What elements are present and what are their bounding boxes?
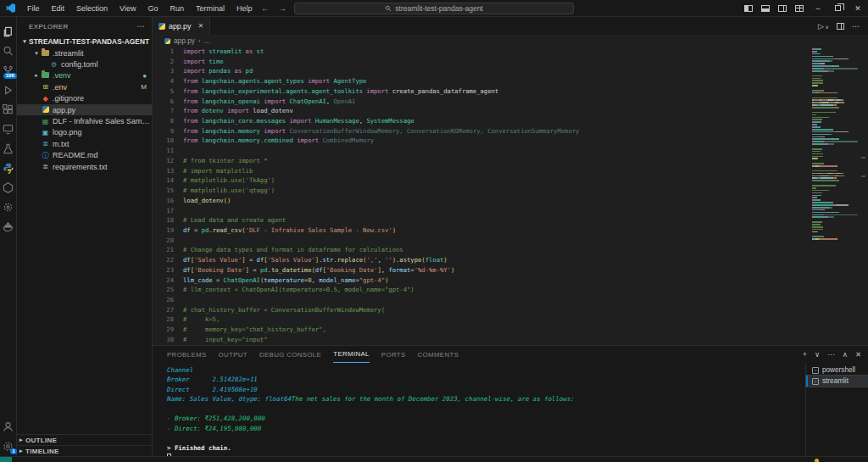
code-line[interactable]: # Load data and create agent [183, 215, 868, 225]
file-row-dlf-infrahive-sales-sample-new-csv[interactable]: ▦DLF - Infrahive Sales Sample - New.csv [17, 115, 152, 126]
remote-indicator[interactable] [0, 457, 12, 462]
tools-gear-icon[interactable] [0, 198, 17, 217]
editor-scrollbar[interactable] [858, 47, 868, 345]
restore-button[interactable] [835, 5, 841, 11]
code-line[interactable] [183, 295, 868, 305]
code-line[interactable]: # from tkinter import * [183, 156, 868, 166]
menu-selection[interactable]: Selection [71, 3, 113, 14]
file-row--gitignore[interactable]: ◆.gitignore [17, 93, 152, 104]
nav-back-button[interactable]: ← [261, 3, 270, 13]
outline-section-header[interactable]: ▸ OUTLINE [17, 434, 152, 445]
hexagon-extension-icon[interactable] [0, 178, 17, 198]
code-line[interactable]: df = pd.read_csv('DLF - Infrahive Sales … [183, 225, 868, 236]
menu-edit[interactable]: Edit [47, 3, 70, 14]
code-line[interactable]: # matplotlib.use('qtagg') [183, 186, 868, 196]
code-line[interactable]: load_dotenv() [183, 196, 868, 206]
file-row--venv[interactable]: ▸.venv● [17, 70, 152, 81]
panel-tab-terminal[interactable]: TERMINAL [333, 346, 370, 363]
code-line[interactable]: llm_code = ChatOpenAI(temperature=0, mod… [183, 276, 868, 286]
menu-view[interactable]: View [114, 3, 141, 14]
file-row--streamlit[interactable]: ▾.streamlit [17, 47, 152, 58]
tab-close-icon[interactable]: ✕ [198, 22, 203, 30]
file-row-readme-md[interactable]: ⓘREADME.md [17, 150, 152, 161]
nav-forward-button[interactable]: → [278, 3, 287, 13]
code-line[interactable]: from langchain_core.messages import Huma… [183, 116, 868, 126]
run-debug-icon[interactable] [0, 81, 17, 100]
editor-more-actions-icon[interactable]: ⋯ [852, 22, 860, 31]
code-line[interactable] [183, 236, 868, 246]
run-python-file-button[interactable]: ▷ ∨ [818, 22, 829, 31]
code-line[interactable]: # k=5, [183, 314, 868, 325]
file-row-m-txt[interactable]: ≣m.txt [17, 138, 152, 149]
code-line[interactable]: from langchain.agents.agent_types import… [183, 76, 868, 86]
terminal-output[interactable]: ChannelBroker 2.514282e+11Direct 2.41950… [153, 363, 805, 456]
tab-app-py[interactable]: app.py ✕ [153, 17, 210, 35]
close-panel-icon[interactable]: ✕ [855, 350, 861, 359]
minimize-button[interactable]: – [808, 0, 828, 17]
split-editor-icon[interactable] [837, 23, 844, 30]
code-line[interactable] [183, 206, 868, 216]
file-row--env[interactable]: ⊞.envM [17, 81, 152, 92]
panel-tab-debug-console[interactable]: DEBUG CONSOLE [259, 346, 321, 363]
customize-layout-icon[interactable] [795, 5, 804, 12]
explorer-more-actions-icon[interactable]: ⋯ [137, 22, 145, 31]
terminal-item-streamlit[interactable]: >streamlit [806, 376, 868, 387]
breadcrumb[interactable]: app.py › … [153, 35, 868, 47]
code-line[interactable]: from langchain_openai import ChatOpenAI,… [183, 97, 868, 107]
panel-tab-ports[interactable]: PORTS [381, 346, 406, 363]
code-line[interactable]: from langchain_experimental.agents.agent… [183, 86, 868, 97]
maximize-panel-icon[interactable]: ∧ [843, 350, 848, 359]
testing-icon[interactable] [0, 139, 17, 159]
accounts-icon[interactable] [0, 417, 17, 437]
settings-gear-icon[interactable]: 1 [0, 437, 17, 456]
code-line[interactable] [183, 146, 868, 156]
toggle-sidebar-icon[interactable] [744, 5, 753, 12]
menu-run[interactable]: Run [164, 3, 189, 14]
explorer-icon[interactable] [0, 22, 17, 42]
code-line[interactable]: # Change data types and format in datafr… [183, 245, 868, 255]
panel-tab-output[interactable]: OUTPUT [219, 346, 248, 363]
code-content[interactable]: import streamlit as stimport timeimport … [181, 47, 868, 345]
code-line[interactable]: from langchain.memory.combined import Co… [183, 136, 868, 146]
code-line[interactable]: # llm_context = ChatOpenAI(temperature=0… [183, 285, 868, 295]
minimap[interactable] [812, 48, 858, 243]
code-line[interactable]: import pandas as pd [183, 66, 868, 76]
code-line[interactable]: from langchain.memory import Conversatio… [183, 126, 868, 136]
docker-icon[interactable] [0, 217, 17, 237]
panel-more-icon[interactable]: ⋯ [827, 350, 835, 359]
remote-explorer-icon[interactable] [0, 120, 17, 139]
code-line[interactable]: import time [183, 57, 868, 67]
code-line[interactable]: import streamlit as st [183, 47, 868, 57]
menu-go[interactable]: Go [142, 3, 163, 14]
menu-help[interactable]: Help [231, 3, 258, 14]
toggle-panel-icon[interactable] [761, 5, 770, 12]
file-row-logo-png[interactable]: ▣logo.png [17, 127, 152, 138]
close-button[interactable]: ✕ [848, 0, 868, 17]
code-editor[interactable]: 1234567891011121314151617181920212223242… [153, 47, 868, 345]
new-terminal-icon[interactable]: + [803, 350, 807, 359]
search-icon[interactable] [0, 42, 17, 61]
code-line[interactable]: df['Booking Date'] = pd.to_datetime(df['… [183, 265, 868, 276]
code-line[interactable]: # matplotlib.use('TkAgg') [183, 175, 868, 186]
menu-terminal[interactable]: Terminal [191, 3, 230, 14]
code-line[interactable]: # import matplotlib [183, 166, 868, 176]
command-center-search[interactable]: streamlit-test-pandas-agent [294, 3, 574, 14]
project-root-folder[interactable]: ▾ STREAMLIT-TEST-PANDAS-AGENT [17, 36, 152, 47]
terminal-item-powershell[interactable]: >powershell [806, 365, 868, 376]
code-line[interactable]: # memory_key="chat_history_buffer", [183, 325, 868, 335]
code-line[interactable]: from dotenv import load_dotenv [183, 106, 868, 116]
toggle-secondary-sidebar-icon[interactable] [778, 5, 787, 12]
file-row-app-py[interactable]: app.py [17, 104, 152, 115]
panel-tab-problems[interactable]: PROBLEMS [167, 346, 207, 363]
python-extension-icon[interactable] [0, 159, 17, 178]
file-row-config-toml[interactable]: ⚙config.toml [17, 58, 152, 70]
source-control-icon[interactable]: 10K [0, 61, 17, 81]
code-line[interactable]: df['Sales Value'] = df['Sales Value'].st… [183, 255, 868, 265]
code-line[interactable]: # chat_history_buffer = ConversationBuff… [183, 305, 868, 315]
extensions-icon[interactable] [0, 100, 17, 120]
panel-tab-comments[interactable]: COMMENTS [418, 346, 459, 363]
terminal-dropdown-icon[interactable]: ∨ [815, 350, 820, 359]
file-row-requirements-txt[interactable]: ≣requirements.txt [17, 161, 152, 172]
menu-file[interactable]: File [22, 3, 45, 14]
code-line[interactable]: # input_key="input" [183, 335, 868, 345]
